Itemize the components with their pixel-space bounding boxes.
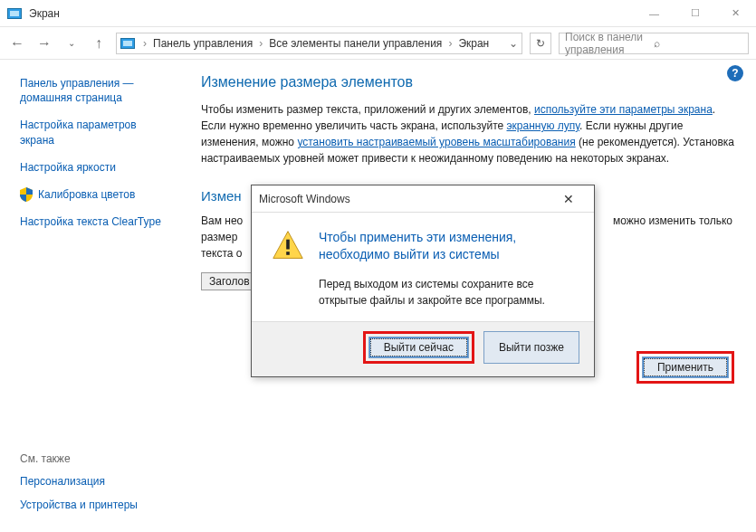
breadcrumb-item[interactable]: Экран — [456, 37, 491, 50]
sidebar-link-display-settings[interactable]: Настройка параметров экрана — [20, 118, 170, 147]
search-input[interactable]: Поиск в панели управления ⌕ — [559, 33, 749, 54]
minimize-button[interactable]: — — [634, 0, 675, 27]
display-icon — [120, 38, 135, 49]
warning-icon — [272, 229, 304, 309]
search-placeholder: Поиск в панели управления — [565, 31, 654, 56]
highlight-apply: Применить — [636, 351, 734, 384]
dialog-actions: Выйти сейчас Выйти позже — [252, 321, 594, 376]
apply-button[interactable]: Применить — [642, 356, 729, 378]
intro-paragraph: Чтобы изменить размер текста, приложений… — [201, 101, 736, 166]
up-button[interactable]: ↑ — [89, 33, 109, 53]
sidebar-link-color-calibration[interactable]: Калибровка цветов — [38, 187, 135, 202]
page-heading: Изменение размера элементов — [201, 74, 736, 90]
forward-button[interactable]: → — [34, 33, 54, 53]
window-title: Экран — [29, 7, 60, 20]
text: текста о — [201, 247, 242, 260]
address-bar: ← → ⌄ ↑ › Панель управления › Все элемен… — [0, 27, 756, 60]
sidebar-link-cleartype[interactable]: Настройка текста ClearType — [20, 214, 170, 229]
search-icon[interactable]: ⌕ — [654, 37, 742, 50]
sign-out-now-button[interactable]: Выйти сейчас — [368, 337, 469, 358]
title-bar: Экран — ☐ ✕ — [0, 0, 756, 27]
breadcrumb-sep: › — [140, 37, 149, 50]
dialog-heading: Чтобы применить эти изменения, необходим… — [319, 229, 574, 263]
link-display-settings[interactable]: используйте эти параметры экрана — [534, 103, 713, 116]
maximize-button[interactable]: ☐ — [675, 0, 715, 27]
svg-rect-0 — [286, 240, 290, 250]
signout-dialog: Microsoft Windows ✕ Чтобы применить эти … — [251, 185, 595, 377]
dialog-title-bar: Microsoft Windows ✕ — [252, 185, 594, 213]
breadcrumb-sep: › — [445, 37, 455, 50]
breadcrumb-sep: › — [256, 37, 265, 50]
help-icon[interactable]: ? — [727, 65, 743, 81]
display-icon — [7, 8, 22, 19]
sidebar: Панель управления — домашняя страница На… — [0, 60, 181, 532]
sidebar-link-brightness[interactable]: Настройка яркости — [20, 160, 170, 175]
refresh-button[interactable]: ↻ — [530, 33, 551, 54]
window-controls: — ☐ ✕ — [634, 0, 756, 27]
dialog-body-text: Перед выходом из системы сохраните все о… — [319, 276, 574, 309]
see-also-heading: См. также — [20, 452, 170, 465]
text: Вам нео — [201, 214, 243, 227]
link-custom-scaling[interactable]: установить настраиваемый уровень масштаб… — [297, 136, 575, 148]
dialog-title: Microsoft Windows — [259, 193, 350, 205]
see-also-personalization[interactable]: Персонализация — [20, 474, 170, 489]
text: Чтобы изменить размер текста, приложений… — [201, 103, 534, 116]
breadcrumb-item[interactable]: Панель управления — [151, 37, 254, 50]
highlight-signout-now: Выйти сейчас — [363, 331, 474, 364]
back-button[interactable]: ← — [7, 33, 27, 53]
see-also-devices-printers[interactable]: Устройства и принтеры — [20, 498, 170, 512]
shield-icon — [20, 187, 33, 202]
breadcrumb-dropdown[interactable]: ⌄ — [509, 37, 518, 50]
dialog-close-button[interactable]: ✕ — [550, 192, 587, 206]
breadcrumb-item[interactable]: Все элементы панели управления — [267, 37, 444, 50]
history-dropdown[interactable]: ⌄ — [62, 33, 81, 53]
close-button[interactable]: ✕ — [715, 0, 756, 27]
svg-rect-1 — [286, 252, 290, 255]
breadcrumb[interactable]: › Панель управления › Все элементы панел… — [116, 33, 522, 54]
sign-out-later-button[interactable]: Выйти позже — [483, 331, 579, 364]
link-magnifier[interactable]: экранную лупу — [507, 119, 580, 132]
sidebar-home-link[interactable]: Панель управления — домашняя страница — [20, 76, 170, 105]
